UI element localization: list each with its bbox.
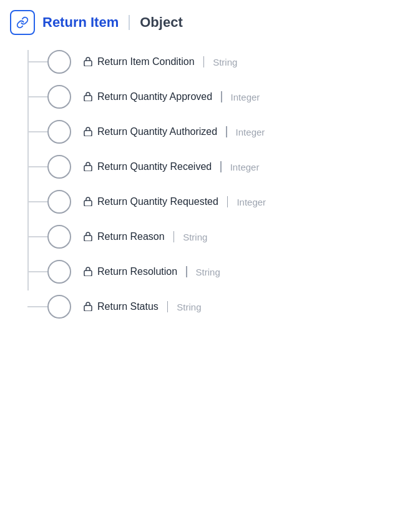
field-circle[interactable] [47, 50, 71, 74]
field-row: Return Item Condition String [47, 50, 410, 74]
field-info: Return Status String [84, 301, 202, 313]
field-type: String [196, 267, 220, 277]
field-name: Return Reason [97, 231, 165, 242]
field-row: Return Resolution String [47, 260, 410, 284]
svg-rect-0 [84, 61, 92, 66]
lock-icon [84, 266, 92, 278]
field-name: Return Quantity Approved [97, 91, 212, 102]
field-info: Return Reason String [84, 231, 207, 243]
lock-icon [84, 56, 92, 68]
field-circle[interactable] [47, 85, 71, 109]
lock-icon [84, 126, 92, 138]
field-type: Integer [236, 127, 265, 137]
header-subtitle: Object [140, 14, 182, 31]
header: Return Item Object [10, 10, 410, 35]
field-name: Return Quantity Authorized [97, 126, 217, 137]
svg-rect-6 [84, 270, 92, 276]
svg-rect-5 [84, 236, 92, 241]
type-divider [167, 301, 168, 312]
field-type: String [213, 57, 237, 67]
lock-icon [84, 161, 92, 173]
field-circle[interactable] [47, 225, 71, 249]
svg-rect-3 [84, 166, 92, 171]
type-divider [220, 161, 222, 172]
svg-rect-2 [84, 131, 92, 136]
type-divider [227, 196, 228, 207]
field-name: Return Quantity Received [97, 161, 212, 172]
type-divider [221, 91, 222, 102]
field-name: Return Status [97, 301, 159, 312]
type-divider [186, 266, 187, 277]
header-divider [129, 15, 130, 30]
lock-icon [84, 91, 92, 103]
field-info: Return Quantity Requested Integer [84, 196, 266, 208]
lock-icon [84, 196, 92, 208]
field-row: Return Quantity Received Integer [47, 155, 410, 179]
type-divider [173, 231, 175, 242]
page-title: Return Item [42, 14, 119, 31]
svg-rect-4 [84, 201, 92, 206]
field-name: Return Quantity Requested [97, 196, 218, 207]
tree-vertical-line [27, 50, 29, 290]
field-row: Return Status String [47, 295, 410, 319]
field-info: Return Resolution String [84, 266, 220, 278]
field-type: String [183, 232, 207, 242]
field-circle[interactable] [47, 155, 71, 179]
type-divider [226, 126, 227, 137]
field-type: Integer [231, 92, 260, 102]
field-info: Return Quantity Received Integer [84, 161, 259, 173]
field-name: Return Resolution [97, 266, 177, 277]
svg-rect-7 [84, 305, 92, 311]
fields-list: Return Item Condition String Return Quan… [47, 50, 410, 319]
field-name: Return Item Condition [97, 56, 195, 67]
link-icon-button[interactable] [10, 10, 35, 35]
lock-icon [84, 231, 92, 243]
field-circle[interactable] [47, 260, 71, 284]
field-row: Return Reason String [47, 225, 410, 249]
field-row: Return Quantity Requested Integer [47, 190, 410, 214]
field-row: Return Quantity Approved Integer [47, 85, 410, 109]
field-info: Return Quantity Approved Integer [84, 91, 260, 103]
field-info: Return Quantity Authorized Integer [84, 126, 265, 138]
field-info: Return Item Condition String [84, 56, 237, 68]
lock-icon [84, 301, 92, 313]
field-row: Return Quantity Authorized Integer [47, 120, 410, 144]
svg-rect-1 [84, 96, 92, 101]
field-circle[interactable] [47, 120, 71, 144]
field-type: Integer [230, 162, 260, 172]
type-divider [203, 56, 205, 67]
field-type: String [177, 302, 201, 312]
field-circle[interactable] [47, 295, 71, 319]
fields-container: Return Item Condition String Return Quan… [10, 50, 410, 319]
field-circle[interactable] [47, 190, 71, 214]
field-type: Integer [237, 197, 266, 207]
